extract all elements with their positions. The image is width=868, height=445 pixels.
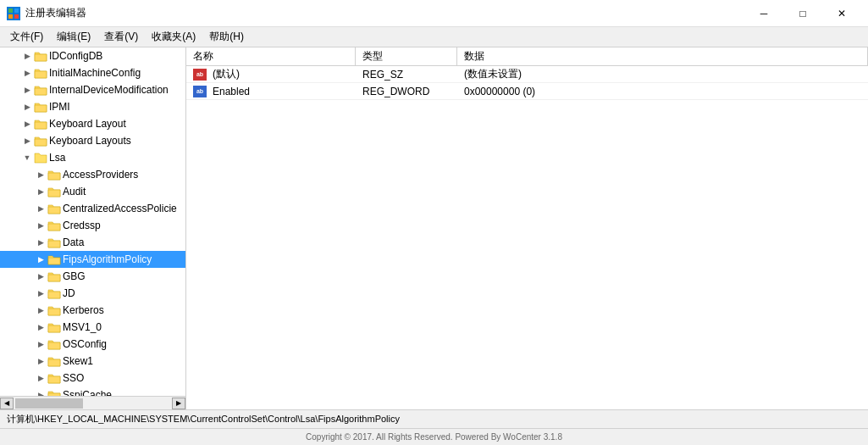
tree-label-kerberos: Kerberos xyxy=(63,304,104,316)
tree-label-lsa: Lsa xyxy=(49,152,65,164)
tree-label-data: Data xyxy=(63,236,84,248)
expander-gbg[interactable]: ▶ xyxy=(34,270,47,283)
tree-label-sso: SSO xyxy=(63,372,84,384)
menu-file[interactable]: 文件(F) xyxy=(3,28,50,47)
hscroll-right-btn[interactable]: ▶ xyxy=(172,398,185,409)
tree-item-centralizedaccesspolicie[interactable]: ▶ CentralizedAccessPolicie xyxy=(0,200,185,217)
tree-item-jd[interactable]: ▶ JD xyxy=(0,285,185,302)
tree-item-credssp[interactable]: ▶ Credssp xyxy=(0,217,185,234)
expander-audit[interactable]: ▶ xyxy=(34,185,47,198)
expander-skew1[interactable]: ▶ xyxy=(34,354,47,368)
expander-jd[interactable]: ▶ xyxy=(34,286,47,300)
svg-rect-1 xyxy=(14,8,19,13)
cell-data-enabled: 0x00000000 (0) xyxy=(457,86,868,97)
tree-item-idconfigdb[interactable]: ▶ IDConfigDB xyxy=(0,47,185,64)
expander-accessproviders[interactable]: ▶ xyxy=(34,168,47,181)
expander-sspicache[interactable]: ▶ xyxy=(34,388,47,396)
tree-item-gbg[interactable]: ▶ GBG xyxy=(0,268,185,285)
table-row[interactable]: ab (默认) REG_SZ (数值未设置) xyxy=(186,66,868,83)
tree-item-sspicache[interactable]: ▶ SspiCache xyxy=(0,387,185,396)
status-text: 计算机\HKEY_LOCAL_MACHINE\SYSTEM\CurrentCon… xyxy=(7,413,400,426)
folder-icon-jd xyxy=(47,287,61,299)
tree-item-internaldevice[interactable]: ▶ InternalDeviceModification xyxy=(0,81,185,98)
tree-label-ipmi: IPMI xyxy=(49,101,70,113)
expander-kerberos[interactable]: ▶ xyxy=(34,303,47,317)
tree-label-jd: JD xyxy=(63,287,75,299)
expander-internaldevice[interactable]: ▶ xyxy=(20,83,34,97)
tree-item-sso[interactable]: ▶ SSO xyxy=(0,370,185,387)
col-header-name[interactable]: 名称 xyxy=(186,47,356,65)
folder-icon-audit xyxy=(47,186,61,197)
tree-item-audit[interactable]: ▶ Audit xyxy=(0,183,185,200)
tree-item-keyboardlayout[interactable]: ▶ Keyboard Layout xyxy=(0,115,185,132)
tree-item-keyboardlayouts[interactable]: ▶ Keyboard Layouts xyxy=(0,132,185,149)
tree-label-audit: Audit xyxy=(63,186,86,197)
cell-data-default: (数值未设置) xyxy=(457,67,868,81)
folder-icon-data xyxy=(47,236,61,248)
tree-label-internaldevice: InternalDeviceModification xyxy=(49,84,169,96)
copyright-bar: Copyright © 2017. All Rights Reserved. P… xyxy=(0,428,868,445)
expander-idconfigdb[interactable]: ▶ xyxy=(20,49,34,63)
tree-item-accessproviders[interactable]: ▶ AccessProviders xyxy=(0,166,185,183)
svg-rect-3 xyxy=(14,14,19,19)
cell-name-default: ab (默认) xyxy=(186,67,356,81)
expander-lsa[interactable]: ▼ xyxy=(20,151,34,164)
expander-keyboardlayouts[interactable]: ▶ xyxy=(20,134,34,147)
hscroll-left-btn[interactable]: ◀ xyxy=(0,398,14,409)
close-button[interactable]: ✕ xyxy=(822,0,861,27)
folder-icon-accessproviders xyxy=(47,169,61,181)
menu-favorites[interactable]: 收藏夹(A) xyxy=(145,28,202,47)
tree-item-skew1[interactable]: ▶ Skew1 xyxy=(0,353,185,370)
tree-item-osconfig[interactable]: ▶ OSConfig xyxy=(0,336,185,353)
menu-help[interactable]: 帮助(H) xyxy=(202,28,251,47)
folder-icon-ipmi xyxy=(34,101,47,113)
table-row[interactable]: ab Enabled REG_DWORD 0x00000000 (0) xyxy=(186,83,868,100)
expander-keyboardlayout[interactable]: ▶ xyxy=(20,117,34,131)
tree-item-msv1_0[interactable]: ▶ MSV1_0 xyxy=(0,319,185,336)
window-title: 注册表编辑器 xyxy=(25,6,86,20)
tree-item-fipsalgorithmpolicy[interactable]: ▶ FipsAlgorithmPolicy xyxy=(0,251,185,268)
folder-icon-fipsalgorithmpolicy xyxy=(47,253,61,265)
tree-item-data[interactable]: ▶ Data xyxy=(0,234,185,251)
tree-label-keyboardlayouts: Keyboard Layouts xyxy=(49,135,131,147)
col-header-type[interactable]: 类型 xyxy=(356,47,457,65)
folder-icon-keyboardlayouts xyxy=(34,135,47,147)
tree-item-ipmi[interactable]: ▶ IPMI xyxy=(0,98,185,115)
folder-icon-osconfig xyxy=(47,338,61,350)
hscroll-thumb[interactable] xyxy=(15,398,83,409)
menu-edit[interactable]: 编辑(E) xyxy=(50,28,97,47)
folder-icon-skew1 xyxy=(47,355,61,367)
tree-label-sspicache: SspiCache xyxy=(63,389,112,396)
hscroll-track[interactable] xyxy=(14,398,172,409)
expander-osconfig[interactable]: ▶ xyxy=(34,337,47,351)
tree-item-kerberos[interactable]: ▶ Kerberos xyxy=(0,302,185,319)
expander-credssp[interactable]: ▶ xyxy=(34,219,47,232)
tree-item-initialmachineconfig[interactable]: ▶ InitialMachineConfig xyxy=(0,64,185,81)
expander-centralizedaccesspolicie[interactable]: ▶ xyxy=(34,202,47,215)
tree-label-fipsalgorithmpolicy: FipsAlgorithmPolicy xyxy=(63,253,152,265)
expander-fipsalgorithmpolicy[interactable]: ▶ xyxy=(34,253,47,266)
expander-ipmi[interactable]: ▶ xyxy=(20,100,34,114)
tree-label-initialmachineconfig: InitialMachineConfig xyxy=(49,67,141,79)
table-header: 名称 类型 数据 xyxy=(186,47,868,66)
minimize-button[interactable]: ─ xyxy=(744,0,783,27)
table-body[interactable]: ab (默认) REG_SZ (数值未设置) ab Enabled REG_DW… xyxy=(186,66,868,409)
tree-scroll[interactable]: ▶ IDConfigDB ▶ InitialMachineConfig ▶ xyxy=(0,47,185,396)
expander-sso[interactable]: ▶ xyxy=(34,371,47,385)
folder-icon-initialmachineconfig xyxy=(34,67,47,79)
expander-msv1_0[interactable]: ▶ xyxy=(34,320,47,334)
expander-data[interactable]: ▶ xyxy=(34,236,47,249)
maximize-button[interactable]: □ xyxy=(783,0,822,27)
col-header-data[interactable]: 数据 xyxy=(457,47,868,65)
tree-hscroll[interactable]: ◀ ▶ xyxy=(0,396,185,409)
tree-label-credssp: Credssp xyxy=(63,220,101,231)
expander-initialmachineconfig[interactable]: ▶ xyxy=(20,66,34,80)
folder-icon-idconfigdb xyxy=(34,50,47,62)
title-bar-left: 注册表编辑器 xyxy=(7,6,86,20)
cell-type-enabled: REG_DWORD xyxy=(356,86,457,97)
tree-label-keyboardlayout: Keyboard Layout xyxy=(49,118,126,130)
folder-icon-keyboardlayout xyxy=(34,118,47,130)
menu-view[interactable]: 查看(V) xyxy=(97,28,145,47)
tree-item-lsa[interactable]: ▼ Lsa xyxy=(0,149,185,166)
folder-icon-kerberos xyxy=(47,304,61,316)
